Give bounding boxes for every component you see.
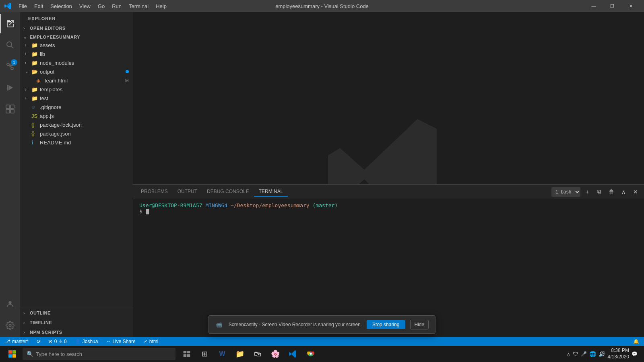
status-sync[interactable]: ⟳ xyxy=(35,339,42,344)
status-errors[interactable]: ⊗ 0 ⚠ 0 xyxy=(47,339,68,344)
chevron-icon: › xyxy=(25,61,31,65)
term-space3 xyxy=(310,202,313,208)
taskbar-icon-apps[interactable]: ⊞ xyxy=(196,346,213,362)
taskbar-search-box[interactable]: 🔍 Type here to search xyxy=(23,348,175,360)
stop-sharing-button[interactable]: Stop sharing xyxy=(367,320,405,329)
status-branch[interactable]: ⎇ master* xyxy=(3,339,30,344)
svg-rect-20 xyxy=(12,354,16,358)
svg-point-15 xyxy=(8,301,11,304)
activity-extensions[interactable] xyxy=(0,99,20,119)
title-bar: File Edit Selection View Go Run Terminal… xyxy=(0,0,644,12)
editor-area: PROBLEMS OUTPUT DEBUG CONSOLE TERMINAL 1… xyxy=(133,12,644,337)
tab-problems[interactable]: PROBLEMS xyxy=(136,187,173,197)
menu-bar: File Edit Selection View Go Run Terminal… xyxy=(15,2,170,10)
svg-rect-22 xyxy=(187,351,190,354)
activity-explorer[interactable] xyxy=(0,14,20,33)
svg-point-2 xyxy=(7,42,12,47)
outline-section[interactable]: › OUTLINE xyxy=(20,308,133,318)
folder-node-modules[interactable]: › 📁 node_modules xyxy=(20,58,133,67)
minimize-button[interactable]: ― xyxy=(584,0,603,12)
shell-selector[interactable]: 1: bash xyxy=(551,187,580,197)
menu-run[interactable]: Run xyxy=(109,2,125,10)
svg-point-5 xyxy=(11,67,13,70)
activity-accounts[interactable] xyxy=(0,294,20,314)
project-header[interactable]: ⌄ EMPLOYEESUMMARY xyxy=(20,33,133,41)
status-user[interactable]: 👤 Joshua xyxy=(73,339,100,344)
tab-terminal[interactable]: TERMINAL xyxy=(254,187,288,197)
menu-view[interactable]: View xyxy=(76,2,94,10)
branch-icon: ⎇ xyxy=(5,339,10,344)
taskbar-icon-taskview[interactable] xyxy=(179,346,195,362)
file-gitignore[interactable]: ⊕ .gitignore xyxy=(20,103,133,111)
svg-rect-10 xyxy=(7,85,8,90)
project-name-label: EMPLOYEESUMMARY xyxy=(30,35,80,39)
tab-output[interactable]: OUTPUT xyxy=(173,187,202,197)
close-button[interactable]: ✕ xyxy=(621,0,640,12)
liveshare-icon: ↔ xyxy=(106,339,111,344)
split-terminal-button[interactable]: ⧉ xyxy=(594,187,605,197)
collapse-terminal-button[interactable]: ∧ xyxy=(618,187,629,197)
close-terminal-button[interactable]: ✕ xyxy=(630,187,641,197)
hide-button[interactable]: Hide xyxy=(410,320,429,329)
term-space2 xyxy=(227,202,231,208)
svg-rect-23 xyxy=(184,354,187,357)
file-team-html[interactable]: ◈ team.html M xyxy=(20,76,133,85)
folder-templates[interactable]: › 📁 templates xyxy=(20,85,133,94)
start-button[interactable] xyxy=(3,346,21,362)
file-package-lock[interactable]: {} package-lock.json xyxy=(20,120,133,129)
file-packagejson[interactable]: {} package.json xyxy=(20,129,133,138)
menu-edit[interactable]: Edit xyxy=(31,2,46,10)
terminal-input-line: $ xyxy=(139,208,638,214)
activity-settings[interactable] xyxy=(0,316,20,335)
maximize-button[interactable]: ❒ xyxy=(603,0,621,12)
activity-run[interactable] xyxy=(0,78,20,97)
outline-chevron: › xyxy=(23,311,28,315)
timeline-section[interactable]: › TIMELINE xyxy=(20,318,133,327)
term-space4 xyxy=(142,208,146,214)
folder-test[interactable]: › 📁 test xyxy=(20,94,133,103)
tray-mic: 🎤 xyxy=(581,351,587,357)
tab-debug-console[interactable]: DEBUG CONSOLE xyxy=(202,187,254,197)
npm-scripts-section[interactable]: › NPM SCRIPTS xyxy=(20,327,133,337)
folder-templates-label: templates xyxy=(40,86,62,93)
menu-file[interactable]: File xyxy=(15,2,30,10)
open-editors-header[interactable]: › Open Editors xyxy=(20,25,133,32)
terminal-path: ~/Desktop/employeesummary xyxy=(231,202,310,208)
folder-icon: 📁 xyxy=(31,86,39,93)
menu-go[interactable]: Go xyxy=(95,2,108,10)
file-appjs[interactable]: JS app.js xyxy=(20,111,133,120)
menu-help[interactable]: Help xyxy=(153,2,170,10)
activity-bar: 1 xyxy=(0,12,20,337)
taskbar-icon-word[interactable]: W xyxy=(214,346,230,362)
chevron-icon: › xyxy=(25,43,31,47)
svg-rect-13 xyxy=(6,109,10,113)
status-notifications[interactable]: 🔔 xyxy=(632,339,641,344)
folder-open-icon: 📂 xyxy=(31,69,39,75)
screencast-icon: 📹 xyxy=(215,321,222,328)
folder-icon: 📁 xyxy=(31,95,39,101)
file-readme[interactable]: ℹ README.md xyxy=(20,138,133,147)
activity-search[interactable] xyxy=(0,35,20,55)
open-editors-label: Open Editors xyxy=(30,26,66,31)
tray-icon-up[interactable]: ∧ xyxy=(567,351,570,357)
status-liveshare[interactable]: ↔ Live Share xyxy=(104,339,137,344)
folder-assets[interactable]: › 📁 assets xyxy=(20,41,133,49)
taskbar-icon-vscode[interactable] xyxy=(285,346,301,362)
svg-rect-14 xyxy=(10,109,14,113)
activity-source-control[interactable]: 1 xyxy=(0,57,20,76)
taskbar-icon-photos[interactable]: 🌸 xyxy=(267,346,283,362)
menu-selection[interactable]: Selection xyxy=(47,2,75,10)
file-appjs-label: app.js xyxy=(40,113,54,119)
svg-rect-19 xyxy=(8,354,12,358)
json-file-icon: {} xyxy=(31,122,39,128)
taskbar-icon-explorer[interactable]: 📁 xyxy=(232,346,248,362)
file-gitignore-label: .gitignore xyxy=(40,104,61,110)
taskbar-icon-chrome[interactable] xyxy=(303,346,319,362)
delete-terminal-button[interactable]: 🗑 xyxy=(606,187,617,197)
folder-lib[interactable]: › 📁 lib xyxy=(20,49,133,58)
add-terminal-button[interactable]: + xyxy=(582,187,592,197)
taskbar-icon-store[interactable]: 🛍 xyxy=(250,346,266,362)
menu-terminal[interactable]: Terminal xyxy=(126,2,152,10)
status-language[interactable]: ✓ html xyxy=(142,339,160,344)
folder-output[interactable]: ⌄ 📂 output xyxy=(20,67,133,76)
